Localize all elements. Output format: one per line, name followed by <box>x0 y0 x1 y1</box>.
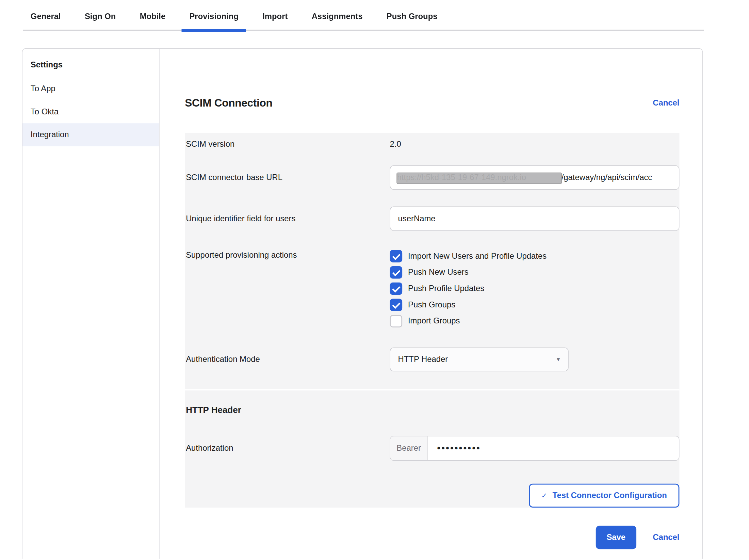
redaction-bar <box>396 173 562 184</box>
scim-version-row: SCIM version 2.0 <box>185 140 679 149</box>
tab-push-groups[interactable]: Push Groups <box>379 0 445 30</box>
scim-version-label: SCIM version <box>185 140 390 149</box>
app-tab-bar: General Sign On Mobile Provisioning Impo… <box>23 0 704 31</box>
base-url-input[interactable]: https://h5kd-135-19-67-149.ngrok.io/gate… <box>390 165 680 190</box>
section-divider <box>185 389 679 390</box>
base-url-visible-text: /gateway/ng/api/scim/acc <box>561 173 652 182</box>
auth-mode-row: Authentication Mode HTTP Header ▼ <box>185 348 679 371</box>
http-header-section-title: HTTP Header <box>186 405 679 416</box>
authorization-token-input[interactable]: •••••••••• <box>428 436 481 460</box>
form-actions: Save Cancel <box>185 526 679 549</box>
auth-mode-select[interactable]: HTTP Header ▼ <box>390 348 569 371</box>
tab-general[interactable]: General <box>23 0 68 30</box>
action-row-import-groups: Import Groups <box>390 313 680 330</box>
scim-form-panel: SCIM version 2.0 SCIM connector base URL… <box>185 133 679 508</box>
settings-sidebar: Settings To App To Okta Integration <box>22 49 160 559</box>
action-label: Push Profile Updates <box>402 284 484 293</box>
settings-card: Settings To App To Okta Integration SCIM… <box>22 48 703 559</box>
action-row-push-profile-updates: Push Profile Updates <box>390 281 680 297</box>
unique-id-input[interactable]: userName <box>390 207 680 231</box>
base-url-row: SCIM connector base URL https://h5kd-135… <box>185 165 679 190</box>
unique-id-row: Unique identifier field for users userNa… <box>185 207 679 231</box>
cancel-top-link[interactable]: Cancel <box>653 98 679 108</box>
bearer-prefix: Bearer <box>390 436 428 460</box>
action-label: Import New Users and Profile Updates <box>402 251 547 261</box>
authorization-label: Authorization <box>185 444 390 453</box>
scim-version-value: 2.0 <box>390 140 680 149</box>
scim-header-row: SCIM Connection Cancel <box>185 97 679 110</box>
unique-id-label: Unique identifier field for users <box>185 214 390 223</box>
cancel-bottom-link[interactable]: Cancel <box>653 533 679 542</box>
base-url-label: SCIM connector base URL <box>185 173 390 182</box>
tab-provisioning[interactable]: Provisioning <box>182 0 246 30</box>
action-row-import-users: Import New Users and Profile Updates <box>390 248 680 265</box>
authorization-row: Authorization Bearer •••••••••• <box>185 436 679 461</box>
checkbox-import-groups-icon[interactable] <box>390 315 403 327</box>
tab-sign-on[interactable]: Sign On <box>77 0 123 30</box>
check-icon: ✓ <box>541 491 547 500</box>
auth-mode-value: HTTP Header <box>398 355 448 364</box>
provisioning-settings-page: General Sign On Mobile Provisioning Impo… <box>0 0 749 560</box>
test-connector-button[interactable]: ✓ Test Connector Configuration <box>529 484 679 508</box>
chevron-down-icon: ▼ <box>556 356 561 362</box>
action-label: Import Groups <box>402 316 460 326</box>
checkbox-push-groups-icon[interactable] <box>390 299 403 311</box>
unique-id-value: userName <box>398 214 435 223</box>
test-connector-row: ✓ Test Connector Configuration <box>185 484 679 508</box>
tab-mobile[interactable]: Mobile <box>132 0 173 30</box>
authorization-input-group: Bearer •••••••••• <box>390 436 680 461</box>
provisioning-actions-row: Supported provisioning actions Import Ne… <box>185 248 679 330</box>
sidebar-item-to-app[interactable]: To App <box>22 77 159 100</box>
checkbox-push-new-users-icon[interactable] <box>390 266 403 279</box>
checkbox-push-profile-updates-icon[interactable] <box>390 283 403 295</box>
action-label: Push New Users <box>402 268 469 277</box>
checkbox-import-new-users-icon[interactable] <box>390 250 403 262</box>
auth-mode-label: Authentication Mode <box>185 355 390 364</box>
action-row-push-new-users: Push New Users <box>390 264 680 281</box>
test-connector-label: Test Connector Configuration <box>553 491 667 500</box>
sidebar-item-integration[interactable]: Integration <box>22 123 159 146</box>
page-title: SCIM Connection <box>185 97 272 110</box>
save-button[interactable]: Save <box>596 526 636 549</box>
sidebar-title: Settings <box>22 53 159 77</box>
tab-assignments[interactable]: Assignments <box>304 0 370 30</box>
tab-import[interactable]: Import <box>255 0 295 30</box>
sidebar-item-to-okta[interactable]: To Okta <box>22 100 159 123</box>
scim-connection-panel: SCIM Connection Cancel SCIM version 2.0 … <box>160 49 702 559</box>
action-label: Push Groups <box>402 300 455 310</box>
action-row-push-groups: Push Groups <box>390 297 680 313</box>
provisioning-actions-label: Supported provisioning actions <box>185 248 390 260</box>
